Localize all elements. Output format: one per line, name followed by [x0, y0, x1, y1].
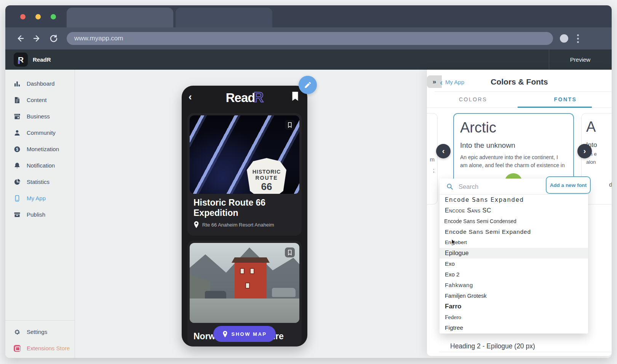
font-option-familjen-grotesk[interactable]: Familjen Grotesk	[440, 291, 588, 301]
bell-icon	[14, 162, 21, 169]
sidebar-item-label: Community	[27, 129, 56, 136]
font-sample-subtitle: Into the unknown	[460, 141, 566, 150]
zoom-window-button[interactable]	[51, 14, 56, 19]
bookmark-icon[interactable]	[285, 247, 295, 257]
sidebar-item-my-app[interactable]: My App	[5, 190, 75, 206]
norwegian-image	[190, 243, 299, 323]
minimize-window-button[interactable]	[35, 14, 41, 19]
tab-fonts[interactable]: FONTS	[519, 91, 612, 108]
app-navbar: R ReadR Preview	[5, 49, 612, 70]
sidebar-item-publish[interactable]: Publish	[5, 206, 75, 223]
sidebar-item-label: Notification	[27, 162, 55, 169]
sidebar-item-label: Statistics	[27, 179, 50, 185]
font-option-fahkwang[interactable]: Fahkwang	[440, 280, 588, 291]
content-card-route66[interactable]: HISTORIC ROUTE 66 Historic Route 66 Expe…	[187, 113, 302, 236]
sidebar-item-label: Monetization	[27, 146, 59, 152]
font-option-englebert[interactable]: Englebert	[440, 237, 588, 248]
font-card-previous[interactable]: m ;	[427, 113, 438, 204]
sidebar-divider	[5, 320, 75, 321]
location-pin-icon	[222, 331, 228, 337]
font-sample-body: An epic adventure into the ice continent…	[460, 153, 566, 169]
app-brand: ReadR	[33, 49, 51, 70]
sidebar-item-statistics[interactable]: Statistics	[5, 174, 75, 190]
sidebar-item-business[interactable]: Business	[5, 108, 75, 125]
search-input[interactable]: Search	[459, 179, 478, 195]
route66-image: HISTORIC ROUTE 66	[190, 115, 299, 194]
sidebar-item-community[interactable]: Community	[5, 125, 75, 141]
route66-badge: HISTORIC ROUTE 66	[247, 158, 286, 194]
back-to-my-app[interactable]: ‹ My App	[440, 79, 464, 85]
show-map-button[interactable]: SHOW MAP	[213, 326, 276, 342]
search-icon	[446, 183, 453, 190]
phone-preview: ‹ ReadR HISTORIC ROUTE 66	[182, 86, 307, 346]
sidebar-item-label: Business	[27, 113, 50, 120]
card-title: Historic Route 66 Expedition	[193, 198, 293, 218]
pencil-icon	[304, 81, 312, 89]
card-location: Rte 66 Anaheim Resort Anaheim	[193, 221, 274, 228]
phone-app-logo: ReadR	[182, 89, 307, 105]
sidebar-footer: Settings Extensions Store	[5, 320, 75, 356]
extensions-icon	[14, 345, 21, 352]
typography-footer: Heading 2 - Epilogue (20 px)	[450, 342, 595, 351]
svg-text:$: $	[16, 147, 18, 151]
carousel-next-button[interactable]: ›	[577, 144, 592, 158]
pie-chart-icon	[14, 179, 21, 185]
font-option-farro[interactable]: Farro	[440, 301, 588, 312]
font-option-epilogue[interactable]: Epilogue	[440, 248, 588, 259]
carousel-prev-button[interactable]: ‹	[436, 144, 451, 158]
font-option-exo-2[interactable]: Exo 2	[440, 269, 588, 280]
browser-toolbar: www.myapp.com	[5, 27, 612, 49]
tab-colors[interactable]: COLORS	[427, 91, 519, 108]
bookmark-icon[interactable]	[291, 92, 299, 101]
profile-avatar[interactable]	[560, 34, 568, 43]
font-dropdown: Search Encode Sans ExpandedEncode Sans S…	[440, 179, 588, 334]
sidebar-item-dashboard[interactable]: Dashboard	[5, 75, 75, 92]
font-sample-title: Arctic	[460, 120, 566, 136]
sidebar-item-label: Content	[27, 97, 47, 103]
publish-icon	[14, 211, 21, 218]
preview-button[interactable]: Preview	[549, 49, 612, 70]
font-option-exo[interactable]: Exo	[440, 259, 588, 269]
person-icon	[14, 129, 21, 136]
font-option-encode-sans-expanded[interactable]: Encode Sans Expanded	[440, 195, 588, 205]
browser-tab-inactive[interactable]	[176, 8, 272, 27]
font-option-federo[interactable]: Federo	[440, 312, 588, 322]
content-area: DashboardContentBusinessCommunity$Moneti…	[5, 70, 612, 358]
close-window-button[interactable]	[20, 14, 26, 19]
sidebar-item-content[interactable]: Content	[5, 92, 75, 108]
colors-fonts-panel: » ‹ My App Colors & Fonts COLORS FONTS m…	[427, 70, 612, 356]
panel-footer-divider	[440, 352, 612, 352]
url-bar[interactable]: www.myapp.com	[67, 32, 553, 45]
back-icon[interactable]	[16, 34, 24, 43]
sidebar-item-label: My App	[27, 195, 46, 201]
document-icon	[14, 97, 21, 104]
sidebar-item-notification[interactable]: Notification	[5, 157, 75, 174]
sidebar-item-monetization[interactable]: $Monetization	[5, 141, 75, 157]
font-option-encode-sans-semi-condensed[interactable]: Encode Sans Semi Condensed	[440, 216, 570, 227]
mouse-cursor	[451, 239, 457, 247]
dollar-icon: $	[14, 146, 21, 153]
sidebar-item-extensions-store[interactable]: Extensions Store	[5, 340, 75, 356]
browser-menu-icon[interactable]	[577, 33, 579, 45]
panel-tabs: COLORS FONTS	[427, 91, 612, 108]
add-new-font-button[interactable]: Add a new font	[546, 176, 591, 194]
reload-icon[interactable]	[50, 34, 58, 43]
sidebar-item-settings[interactable]: Settings	[5, 324, 75, 340]
sidebar-item-label: Publish	[27, 211, 45, 218]
bookmark-icon[interactable]	[285, 120, 295, 130]
url-text: www.myapp.com	[74, 35, 123, 42]
sidebar-item-label: Extensions Store	[27, 345, 70, 351]
forward-icon[interactable]	[33, 34, 41, 43]
browser-tab-strip	[5, 5, 612, 27]
phone-app-header: ‹ ReadR	[182, 86, 307, 109]
edit-app-button[interactable]	[299, 76, 317, 94]
font-option-encode-sans-semi-expanded[interactable]: Encode Sans Semi Expanded	[440, 227, 588, 237]
storefront-icon	[14, 113, 21, 120]
app-logo[interactable]: R	[14, 53, 28, 67]
sidebar-item-label: Settings	[27, 329, 47, 335]
font-option-figtree[interactable]: Figtree	[440, 322, 588, 333]
browser-tab-active[interactable]	[67, 8, 173, 27]
font-option-encode-sans-sc[interactable]: Encode Sans SC	[440, 205, 588, 216]
active-tab-underline	[518, 107, 592, 108]
sidebar-list: DashboardContentBusinessCommunity$Moneti…	[5, 75, 75, 223]
